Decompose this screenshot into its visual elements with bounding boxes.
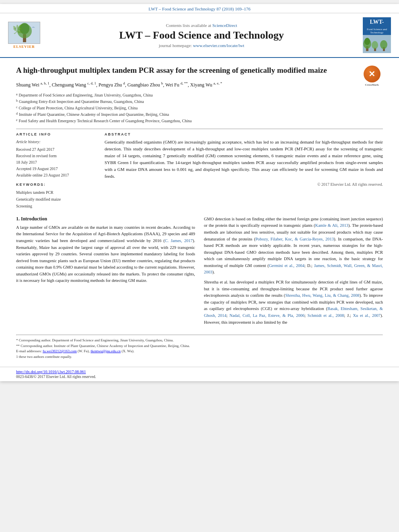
info-abstract-section: ARTICLE INFO Article history: Received 2… [16,132,383,210]
affil-sup-b: b [16,99,18,105]
crossmark-icon: ✕ [368,70,375,78]
received-revised-label: Received in revised form [16,154,57,158]
bottom-bar: http://dx.doi.org/10.1016/j.lwt.2017.08.… [0,367,399,381]
journal-center: Contents lists available at ScienceDirec… [46,23,357,48]
elsevier-image [8,22,40,44]
affiliation-c: c College of Plant Protection, China Agr… [16,105,383,111]
ref-shrestha[interactable]: Shrestha, Hwu, Wang, Liu, & Chang, 2008 [285,293,360,298]
author-pengyu-zhu: Pengyu Zhu d, [99,82,128,88]
body-content: 1. Introduction A large number of GMOs a… [16,216,383,329]
homepage-link[interactable]: www.elsevier.com/locate/lwt [193,43,245,48]
affil-text-c: College of Plant Protection, China Agric… [19,105,138,111]
header-divider [16,129,383,129]
footnotes: * Corresponding author. Department of Fo… [16,338,383,359]
abstract-text: Genetically modified organisms (GMO) are… [105,139,383,180]
svg-point-3 [20,23,29,34]
abstract-col: ABSTRACT Genetically modified organisms … [105,132,383,210]
affil-text-b: Guangdong Entry-Exit Inspection and Quar… [19,99,144,105]
footnotes-divider [16,335,383,335]
svg-point-7 [364,38,370,45]
footnote-email: E-mail addresses: fu.wei30212@163.com (W… [16,349,383,354]
history-label: Article history: [16,139,97,145]
sciencedirect-prefix: Contents lists available at [166,23,211,28]
ref-james-2017[interactable]: C. James, 2017 [165,238,193,243]
ref-pobozy[interactable]: Pobozy, Filaber, Koc, & Garcia-Reyes, 20… [255,237,334,241]
keyword-2: Genetically modified maize [16,197,61,201]
article-title-text: A high-throughput multiplex tandem PCR a… [16,66,327,74]
svg-point-11 [380,40,387,49]
body-right: GMO detection is based on finding either… [204,216,383,329]
keywords-header: Keywords: [16,183,97,187]
affil-sup-d: d [16,111,18,117]
journal-title: LWT – Food Science and Technology [46,29,357,41]
email-wu[interactable]: tkentwu@jnu.edu.cn [90,349,121,353]
keyword-1: Multiplex tandem PCR [16,190,53,195]
keyword-list: Multiplex tandem PCR Genetically modifie… [16,189,97,210]
affiliation-e: e Food Safety and Health Emergency Techn… [16,118,383,124]
ref-kamle-ali[interactable]: Kamle & Ali, 2013 [315,223,348,228]
article-info-col: ARTICLE INFO Article history: Received 2… [16,132,97,210]
crossmark-badge: ✕ CrossMark [361,65,383,87]
affiliation-d: d Institute of Plant Quarantine, Chinese… [16,111,383,117]
ref-schmidt[interactable]: Schmidt et al., 2008 [308,313,344,318]
sciencedirect-link[interactable]: ScienceDirect [212,23,237,28]
article-info-header: ARTICLE INFO [16,132,97,136]
keywords-section: Keywords: Multiplex tandem PCR Genetical… [16,183,97,210]
affil-sup-a: a [16,92,18,98]
sciencedirect-line: Contents lists available at ScienceDirec… [46,23,357,28]
authors-line: Shuang Wei a, b, 1, Chenguang Wang c, d,… [16,80,383,89]
article-title-container: A high-throughput multiplex tandem PCR a… [16,65,383,76]
affil-sup-e: e [16,118,18,124]
journal-reference-bar: LWT – Food Science and Technology 87 (20… [0,4,399,13]
author-chenguang-wang: Chenguang Wang c, d, 1, [52,82,99,88]
doi-anchor[interactable]: http://dx.doi.org/10.1016/j.lwt.2017.08.… [16,370,86,374]
keyword-3: Screening [16,204,32,208]
article-content: A high-throughput multiplex tandem PCR a… [0,58,399,367]
footnote-equal: 1 these two authors contribute equally. [16,354,383,360]
lwt-badge-image [363,35,391,53]
email-fu[interactable]: fu.wei30212@163.com [43,349,77,353]
footnote-star: * Corresponding author. Department of Fo… [16,338,383,343]
intro-paragraph2: GMO detection is based on finding either… [204,216,383,326]
revised-date: 18 July 2017 [16,160,37,164]
affiliation-a: a Department of Food Science and Enginee… [16,92,383,98]
doi-link: http://dx.doi.org/10.1016/j.lwt.2017.08.… [16,370,383,374]
intro-paragraph1: A large number of GMOs are available on … [16,224,195,284]
intro-title: Introduction [21,216,47,222]
author-shuang-wei: Shuang Wei a, b, 1, [16,82,52,88]
article-history: Article history: Received 27 April 2017 … [16,139,97,179]
author-wei-fu: Wei Fu d, **, [165,82,190,88]
ref-germini[interactable]: Germini et al., 2004 [269,263,304,268]
affiliation-b: b Guangdong Entry-Exit Inspection and Qu… [16,99,383,105]
journal-header: ELSEVIER Contents lists available at Sci… [0,13,399,58]
affil-text-d: Institute of Plant Quarantine, Chinese A… [19,111,169,117]
issn-line: 0023-6438/© 2017 Elsevier Ltd. All right… [16,375,383,379]
affiliations-section: a Department of Food Science and Enginee… [16,92,383,124]
accepted-date: Accepted 19 August 2017 [16,166,58,171]
body-left: 1. Introduction A large number of GMOs a… [16,216,195,329]
elsevier-label: ELSEVIER [13,45,35,49]
crossmark-circle: ✕ [364,66,380,82]
author-guangbiao-zhou: Guangbiao Zhou b, [128,82,165,88]
journal-logo-right: LWT- Food Science and Technology [361,17,393,53]
affil-sup-c: c [16,105,18,111]
ref-nadal[interactable]: Nadal, Coll, La Paz, Esteve, & Pla, 2006 [230,313,304,318]
received-date: Received 27 April 2017 [16,147,54,152]
crossmark-label: CrossMark [365,83,378,87]
lwt-badge-sub: Food Science and Technology [363,27,391,35]
available-date: Available online 23 August 2017 [16,173,69,177]
homepage-line: journal homepage: www.elsevier.com/locat… [46,43,357,48]
homepage-prefix: journal homepage: [159,43,192,48]
elsevier-logo: ELSEVIER [6,22,42,49]
intro-number: 1. [16,216,20,222]
body-two-col: 1. Introduction A large number of GMOs a… [16,216,383,329]
ref-xu[interactable]: Xu et al., 2007 [353,313,380,318]
svg-point-9 [372,41,378,49]
footnote-double-star: ** Corresponding author. Institute of Pl… [16,343,383,349]
lwt-badge: LWT- [363,17,391,27]
author-xiyang-wu: Xiyang Wu a, e, * [190,82,222,88]
abstract-header: ABSTRACT [105,132,383,136]
affil-text-e: Food Safety and Health Emergency Technic… [19,118,192,124]
affil-text-a: Department of Food Science and Engineeri… [19,92,153,98]
journal-reference-text: LWT – Food Science and Technology 87 (20… [148,6,250,11]
